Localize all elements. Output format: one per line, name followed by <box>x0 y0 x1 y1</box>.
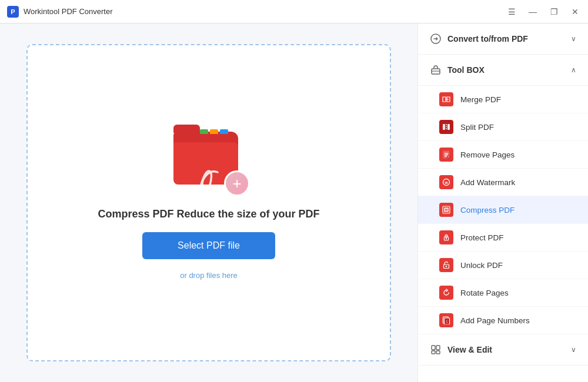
viewedit-chevron: ∨ <box>571 346 576 354</box>
content-area: + Compress PDF Reduce the size of your P… <box>0 24 417 382</box>
toolbox-section-left: Tool BOX <box>430 64 485 76</box>
title-bar-left: P Workintool PDF Converter <box>7 6 112 18</box>
viewedit-icon <box>430 344 442 356</box>
remove-icon <box>439 148 453 162</box>
app-logo: P <box>7 6 19 18</box>
menu-button[interactable]: ☰ <box>506 6 517 18</box>
unlock-label: Unlock PDF <box>460 261 503 270</box>
compress-icon <box>439 203 453 217</box>
pagenumbers-label: Add Page Numbers <box>460 316 530 325</box>
svg-rect-29 <box>436 351 440 354</box>
viewedit-section-title: View & Edit <box>447 345 492 354</box>
minimize-button[interactable]: — <box>527 6 539 18</box>
sidebar-item-split[interactable]: Split PDF <box>418 113 588 141</box>
sidebar-item-pagenumbers[interactable]: 1 Add Page Numbers <box>418 307 588 334</box>
svg-rect-26 <box>432 346 435 350</box>
split-icon <box>439 120 453 134</box>
watermark-icon: W <box>439 175 453 189</box>
convert-section-title: Convert to/from PDF <box>447 34 528 43</box>
select-pdf-button[interactable]: Select PDF file <box>142 232 275 259</box>
tab-green <box>200 129 208 134</box>
svg-rect-27 <box>436 346 440 350</box>
toolbox-icon <box>430 64 442 76</box>
title-bar-controls: ☰ — ❐ ✕ <box>506 6 581 18</box>
watermark-label: Add Watermark <box>460 178 515 187</box>
rotate-label: Rotate Pages <box>460 289 509 297</box>
rotate-icon <box>439 286 453 300</box>
svg-point-20 <box>446 239 447 240</box>
title-bar: P Workintool PDF Converter ☰ — ❐ ✕ <box>0 0 588 24</box>
app-title: Workintool PDF Converter <box>24 7 112 16</box>
main-layout: + Compress PDF Reduce the size of your P… <box>0 24 588 382</box>
plus-badge: + <box>224 170 250 196</box>
close-button[interactable]: ✕ <box>569 6 581 18</box>
sidebar-item-watermark[interactable]: W Add Watermark <box>418 169 588 196</box>
compress-label: Compress PDF <box>460 206 514 215</box>
sidebar-item-rotate[interactable]: Rotate Pages <box>418 279 588 307</box>
convert-section-left: Convert to/from PDF <box>430 33 528 45</box>
convert-chevron: ∨ <box>571 35 576 43</box>
maximize-button[interactable]: ❐ <box>548 6 560 18</box>
svg-point-22 <box>446 266 447 267</box>
sidebar-item-merge[interactable]: Merge PDF <box>418 86 588 113</box>
svg-rect-3 <box>443 124 445 130</box>
toolbox-section-title: Tool BOX <box>447 65 485 75</box>
drop-zone-title: Compress PDF Reduce the size of your PDF <box>98 208 319 220</box>
sidebar: Convert to/from PDF ∨ Tool BOX ∧ <box>417 24 588 382</box>
drop-zone[interactable]: + Compress PDF Reduce the size of your P… <box>26 44 391 361</box>
drop-hint: or drop files here <box>180 271 238 280</box>
remove-label: Remove Pages <box>460 150 514 159</box>
sidebar-item-unlock[interactable]: Unlock PDF <box>418 252 588 279</box>
svg-text:1: 1 <box>446 320 448 323</box>
pdf-folder-icon: + <box>168 126 250 196</box>
unlock-icon <box>439 258 453 272</box>
toolbox-chevron: ∧ <box>571 66 576 74</box>
folder-tabs <box>200 129 228 134</box>
protect-icon <box>439 230 453 244</box>
convert-icon <box>430 33 442 45</box>
merge-label: Merge PDF <box>460 95 501 104</box>
split-label: Split PDF <box>460 123 494 132</box>
sidebar-section-toolbox[interactable]: Tool BOX ∧ <box>418 55 588 86</box>
sidebar-item-protect[interactable]: Protect PDF <box>418 224 588 252</box>
sidebar-section-viewedit[interactable]: View & Edit ∨ <box>418 334 588 366</box>
sidebar-item-remove[interactable]: Remove Pages <box>418 141 588 169</box>
protect-label: Protect PDF <box>460 233 504 242</box>
tab-orange <box>210 129 218 134</box>
sidebar-item-compress[interactable]: Compress PDF <box>418 196 588 224</box>
tab-blue <box>220 129 228 134</box>
acrobat-symbol <box>191 165 226 194</box>
svg-rect-4 <box>447 124 450 130</box>
pagenumbers-icon: 1 <box>439 313 453 327</box>
merge-icon <box>439 92 453 106</box>
svg-rect-28 <box>432 351 435 354</box>
viewedit-section-left: View & Edit <box>430 344 492 356</box>
svg-text:W: W <box>445 181 448 185</box>
sidebar-section-convert[interactable]: Convert to/from PDF ∨ <box>418 24 588 55</box>
